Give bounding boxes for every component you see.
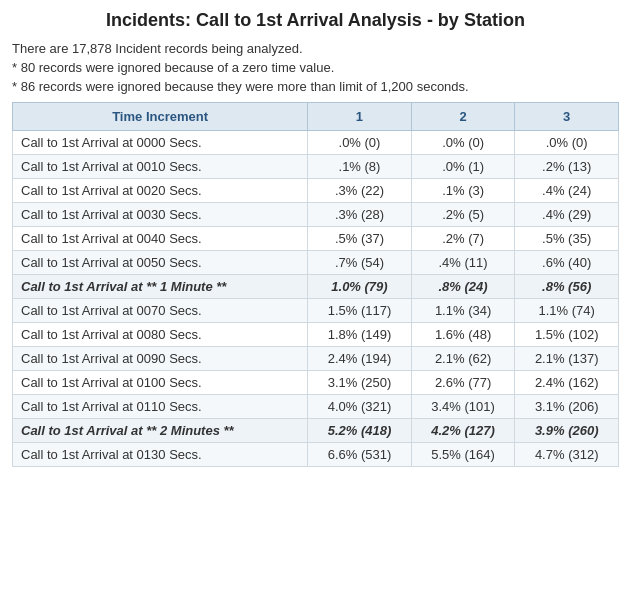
table-row: Call to 1st Arrival at 0050 Secs..7% (54… bbox=[13, 251, 619, 275]
row-col3: 2.1% (137) bbox=[515, 347, 619, 371]
row-col3: .0% (0) bbox=[515, 131, 619, 155]
row-col2: 4.2% (127) bbox=[411, 419, 515, 443]
header-col2: 2 bbox=[411, 103, 515, 131]
table-row: Call to 1st Arrival at 0110 Secs.4.0% (3… bbox=[13, 395, 619, 419]
info-line-1: There are 17,878 Incident records being … bbox=[12, 41, 619, 56]
row-col1: .7% (54) bbox=[308, 251, 412, 275]
row-label: Call to 1st Arrival at 0100 Secs. bbox=[13, 371, 308, 395]
row-col3: .8% (56) bbox=[515, 275, 619, 299]
info-section: There are 17,878 Incident records being … bbox=[12, 41, 619, 94]
row-col3: 4.7% (312) bbox=[515, 443, 619, 467]
header-col3: 3 bbox=[515, 103, 619, 131]
row-col3: 3.1% (206) bbox=[515, 395, 619, 419]
row-label: Call to 1st Arrival at 0070 Secs. bbox=[13, 299, 308, 323]
table-row: Call to 1st Arrival at 0020 Secs..3% (22… bbox=[13, 179, 619, 203]
row-label: Call to 1st Arrival at 0050 Secs. bbox=[13, 251, 308, 275]
row-col1: 6.6% (531) bbox=[308, 443, 412, 467]
info-line-2: * 80 records were ignored because of a z… bbox=[12, 60, 619, 75]
row-label: Call to 1st Arrival at 0030 Secs. bbox=[13, 203, 308, 227]
row-col1: .3% (22) bbox=[308, 179, 412, 203]
row-label: Call to 1st Arrival at 0130 Secs. bbox=[13, 443, 308, 467]
row-col3: .6% (40) bbox=[515, 251, 619, 275]
row-col2: .0% (0) bbox=[411, 131, 515, 155]
table-row: Call to 1st Arrival at 0070 Secs.1.5% (1… bbox=[13, 299, 619, 323]
row-col1: 5.2% (418) bbox=[308, 419, 412, 443]
table-row: Call to 1st Arrival at ** 1 Minute **1.0… bbox=[13, 275, 619, 299]
row-col1: 4.0% (321) bbox=[308, 395, 412, 419]
row-col2: 2.6% (77) bbox=[411, 371, 515, 395]
row-col1: 1.5% (117) bbox=[308, 299, 412, 323]
row-col2: 5.5% (164) bbox=[411, 443, 515, 467]
row-col3: .4% (24) bbox=[515, 179, 619, 203]
row-col1: 1.8% (149) bbox=[308, 323, 412, 347]
row-label: Call to 1st Arrival at 0010 Secs. bbox=[13, 155, 308, 179]
row-col1: .3% (28) bbox=[308, 203, 412, 227]
table-row: Call to 1st Arrival at 0010 Secs..1% (8)… bbox=[13, 155, 619, 179]
row-label: Call to 1st Arrival at 0110 Secs. bbox=[13, 395, 308, 419]
row-col2: 1.1% (34) bbox=[411, 299, 515, 323]
row-label: Call to 1st Arrival at 0020 Secs. bbox=[13, 179, 308, 203]
main-container: Incidents: Call to 1st Arrival Analysis … bbox=[0, 0, 631, 477]
row-col2: 1.6% (48) bbox=[411, 323, 515, 347]
row-col3: .4% (29) bbox=[515, 203, 619, 227]
row-col2: 2.1% (62) bbox=[411, 347, 515, 371]
row-col1: .5% (37) bbox=[308, 227, 412, 251]
row-col2: .0% (1) bbox=[411, 155, 515, 179]
row-col2: .4% (11) bbox=[411, 251, 515, 275]
row-col2: .8% (24) bbox=[411, 275, 515, 299]
row-col1: .0% (0) bbox=[308, 131, 412, 155]
table-row: Call to 1st Arrival at 0130 Secs.6.6% (5… bbox=[13, 443, 619, 467]
header-col1: 1 bbox=[308, 103, 412, 131]
row-col1: .1% (8) bbox=[308, 155, 412, 179]
row-label: Call to 1st Arrival at 0040 Secs. bbox=[13, 227, 308, 251]
row-col1: 2.4% (194) bbox=[308, 347, 412, 371]
table-row: Call to 1st Arrival at 0090 Secs.2.4% (1… bbox=[13, 347, 619, 371]
row-col3: .2% (13) bbox=[515, 155, 619, 179]
page-title: Incidents: Call to 1st Arrival Analysis … bbox=[12, 10, 619, 31]
row-col2: .2% (5) bbox=[411, 203, 515, 227]
row-label: Call to 1st Arrival at 0080 Secs. bbox=[13, 323, 308, 347]
row-col2: 3.4% (101) bbox=[411, 395, 515, 419]
row-col2: .1% (3) bbox=[411, 179, 515, 203]
row-label: Call to 1st Arrival at ** 2 Minutes ** bbox=[13, 419, 308, 443]
row-label: Call to 1st Arrival at 0090 Secs. bbox=[13, 347, 308, 371]
table-row: Call to 1st Arrival at 0100 Secs.3.1% (2… bbox=[13, 371, 619, 395]
row-col1: 3.1% (250) bbox=[308, 371, 412, 395]
row-col3: 1.1% (74) bbox=[515, 299, 619, 323]
row-col3: 1.5% (102) bbox=[515, 323, 619, 347]
row-col3: .5% (35) bbox=[515, 227, 619, 251]
row-label: Call to 1st Arrival at 0000 Secs. bbox=[13, 131, 308, 155]
table-row: Call to 1st Arrival at 0080 Secs.1.8% (1… bbox=[13, 323, 619, 347]
row-col1: 1.0% (79) bbox=[308, 275, 412, 299]
table-row: Call to 1st Arrival at 0040 Secs..5% (37… bbox=[13, 227, 619, 251]
row-col2: .2% (7) bbox=[411, 227, 515, 251]
row-label: Call to 1st Arrival at ** 1 Minute ** bbox=[13, 275, 308, 299]
table-row: Call to 1st Arrival at 0030 Secs..3% (28… bbox=[13, 203, 619, 227]
row-col3: 2.4% (162) bbox=[515, 371, 619, 395]
data-table: Time Increment 1 2 3 Call to 1st Arrival… bbox=[12, 102, 619, 467]
info-line-3: * 86 records were ignored because they w… bbox=[12, 79, 619, 94]
header-time-increment: Time Increment bbox=[13, 103, 308, 131]
table-header-row: Time Increment 1 2 3 bbox=[13, 103, 619, 131]
table-row: Call to 1st Arrival at ** 2 Minutes **5.… bbox=[13, 419, 619, 443]
row-col3: 3.9% (260) bbox=[515, 419, 619, 443]
table-row: Call to 1st Arrival at 0000 Secs..0% (0)… bbox=[13, 131, 619, 155]
